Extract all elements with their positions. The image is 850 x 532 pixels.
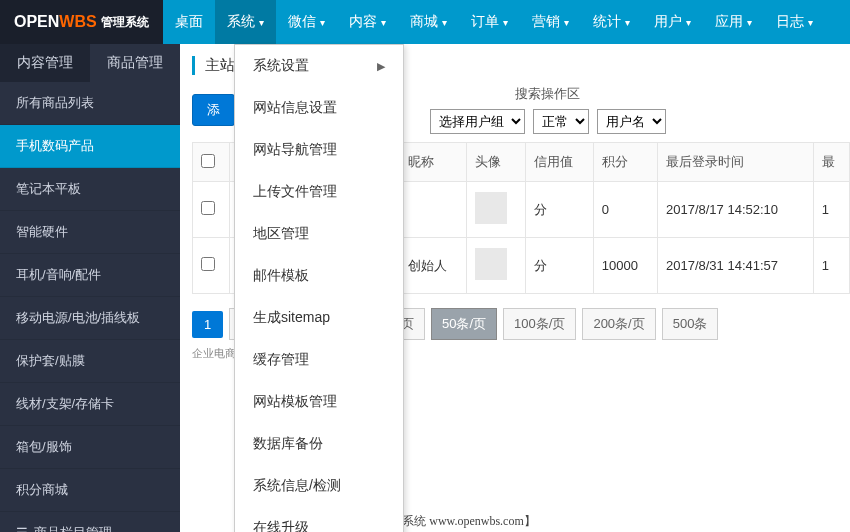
avatar-placeholder [475,192,507,224]
page-size-5[interactable]: 200条/页 [582,308,655,340]
sidebar-item-3[interactable]: 智能硬件 [0,211,180,254]
nav-item-0[interactable]: 桌面 [163,0,215,44]
cell-nick: 创始人 [399,238,467,294]
caret-icon: ▾ [747,17,752,28]
dropdown-item-label: 网站信息设置 [253,99,337,117]
logo-pre: OPEN [14,13,59,31]
cell-avatar [467,182,526,238]
chevron-right-icon: ▶ [377,60,385,73]
logo-suffix: 管理系统 [101,14,149,31]
sidebar-item-2[interactable]: 笔记本平板 [0,168,180,211]
dropdown-item-label: 在线升级 [253,519,309,532]
dropdown-item-7[interactable]: 缓存管理 [235,339,403,381]
caret-icon: ▾ [503,17,508,28]
caret-icon: ▾ [686,17,691,28]
caret-icon: ▾ [808,17,813,28]
col-header-5: 信用值 [526,143,594,182]
sidebar-tab-1[interactable]: 商品管理 [90,44,180,82]
dropdown-item-label: 上传文件管理 [253,183,337,201]
sidebar-item-1[interactable]: 手机数码产品 [0,125,180,168]
cell-last: 1 [813,182,849,238]
caret-icon: ▾ [320,17,325,28]
sidebar-item-6[interactable]: 保护套/贴膜 [0,340,180,383]
caret-icon: ▾ [442,17,447,28]
nav-item-4[interactable]: 商城▾ [398,0,459,44]
dropdown-item-label: 缓存管理 [253,351,309,369]
sidebar-tab-0[interactable]: 内容管理 [0,44,90,82]
sidebar: 内容管理商品管理 所有商品列表手机数码产品笔记本平板智能硬件耳机/音响/配件移动… [0,44,180,532]
dropdown-item-4[interactable]: 地区管理 [235,213,403,255]
nav-item-10[interactable]: 日志▾ [764,0,825,44]
top-nav: 桌面系统▾微信▾内容▾商城▾订单▾营销▾统计▾用户▾应用▾日志▾ [163,0,850,44]
page-size-4[interactable]: 100条/页 [503,308,576,340]
nav-item-7[interactable]: 统计▾ [581,0,642,44]
sidebar-tabs: 内容管理商品管理 [0,44,180,82]
cell-avatar [467,238,526,294]
col-header-0 [193,143,230,182]
nav-item-8[interactable]: 用户▾ [642,0,703,44]
dropdown-item-6[interactable]: 生成sitemap [235,297,403,339]
sidebar-item-8[interactable]: 箱包/服饰 [0,426,180,469]
add-button[interactable]: 添 [192,94,235,126]
select-all-checkbox[interactable] [201,154,215,168]
dropdown-item-label: 数据库备份 [253,435,323,453]
caret-icon: ▾ [625,17,630,28]
avatar-placeholder [475,248,507,280]
sidebar-item-9[interactable]: 积分商城 [0,469,180,512]
cell-last-login: 2017/8/31 14:41:57 [657,238,813,294]
cell-nick [399,182,467,238]
sidebar-item-0[interactable]: 所有商品列表 [0,82,180,125]
cell-last: 1 [813,238,849,294]
user-group-select[interactable]: 选择用户组 [430,109,525,134]
caret-icon: ▾ [259,17,264,28]
page-size-3[interactable]: 50条/页 [431,308,497,340]
dropdown-item-3[interactable]: 上传文件管理 [235,171,403,213]
nav-item-1[interactable]: 系统▾ [215,0,276,44]
system-dropdown: 系统设置▶网站信息设置网站导航管理上传文件管理地区管理邮件模板生成sitemap… [234,44,404,532]
col-header-3: 昵称 [399,143,467,182]
nav-item-9[interactable]: 应用▾ [703,0,764,44]
col-header-4: 头像 [467,143,526,182]
dropdown-item-1[interactable]: 网站信息设置 [235,87,403,129]
footer: 【OpenWBS建站系统 www.openwbs.com】 [0,513,850,530]
dropdown-item-label: 网站导航管理 [253,141,337,159]
page-size-6[interactable]: 500条 [662,308,719,340]
sidebar-item-4[interactable]: 耳机/音响/配件 [0,254,180,297]
dropdown-item-label: 生成sitemap [253,309,330,327]
dropdown-item-0[interactable]: 系统设置▶ [235,45,403,87]
page-current[interactable]: 1 [192,311,223,338]
nav-item-6[interactable]: 营销▾ [520,0,581,44]
col-header-8: 最 [813,143,849,182]
sidebar-menu: 所有商品列表手机数码产品笔记本平板智能硬件耳机/音响/配件移动电源/电池/插线板… [0,82,180,512]
dropdown-item-label: 系统信息/检测 [253,477,341,495]
dropdown-item-2[interactable]: 网站导航管理 [235,129,403,171]
status-select[interactable]: 正常 [533,109,589,134]
caret-icon: ▾ [381,17,386,28]
logo-mid: WBS [59,13,96,31]
sidebar-item-5[interactable]: 移动电源/电池/插线板 [0,297,180,340]
field-select[interactable]: 用户名 [597,109,666,134]
dropdown-item-10[interactable]: 系统信息/检测 [235,465,403,507]
nav-item-2[interactable]: 微信▾ [276,0,337,44]
cell-points: 10000 [593,238,657,294]
dropdown-item-label: 地区管理 [253,225,309,243]
cell-credit: 分 [526,238,594,294]
nav-item-3[interactable]: 内容▾ [337,0,398,44]
dropdown-item-8[interactable]: 网站模板管理 [235,381,403,423]
dropdown-item-9[interactable]: 数据库备份 [235,423,403,465]
cell-points: 0 [593,182,657,238]
dropdown-item-11[interactable]: 在线升级 [235,507,403,532]
cell-last-login: 2017/8/17 14:52:10 [657,182,813,238]
dropdown-item-label: 系统设置 [253,57,309,75]
row-checkbox[interactable] [201,257,215,271]
dropdown-item-label: 邮件模板 [253,267,309,285]
caret-icon: ▾ [564,17,569,28]
nav-item-5[interactable]: 订单▾ [459,0,520,44]
dropdown-item-5[interactable]: 邮件模板 [235,255,403,297]
row-checkbox[interactable] [201,201,215,215]
dropdown-item-label: 网站模板管理 [253,393,337,411]
logo: OPENWBS 管理系统 [0,13,163,31]
cell-credit: 分 [526,182,594,238]
sidebar-item-7[interactable]: 线材/支架/存储卡 [0,383,180,426]
col-header-7: 最后登录时间 [657,143,813,182]
